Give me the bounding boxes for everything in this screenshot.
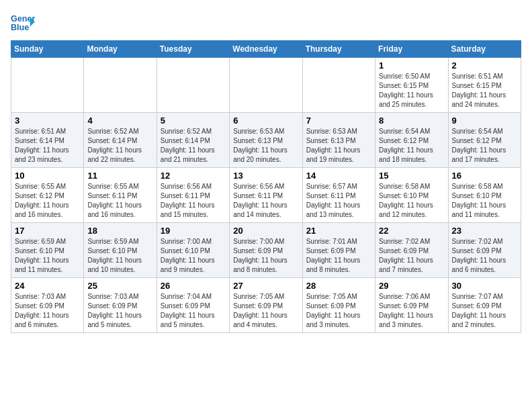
calendar-cell: 5Sunrise: 6:52 AMSunset: 6:14 PMDaylight…	[157, 113, 229, 168]
calendar-cell: 22Sunrise: 7:02 AMSunset: 6:09 PMDayligh…	[375, 223, 448, 278]
calendar-cell: 2Sunrise: 6:51 AMSunset: 6:15 PMDaylight…	[448, 58, 521, 113]
logo: General Blue	[11, 11, 40, 35]
calendar-cell: 26Sunrise: 7:04 AMSunset: 6:09 PMDayligh…	[157, 278, 229, 333]
calendar-week-row: 17Sunrise: 6:59 AMSunset: 6:10 PMDayligh…	[11, 223, 521, 278]
day-number: 29	[379, 281, 444, 291]
day-number: 3	[15, 116, 80, 126]
calendar-cell	[302, 58, 375, 113]
calendar-week-row: 10Sunrise: 6:55 AMSunset: 6:12 PMDayligh…	[11, 168, 521, 223]
day-info: Sunrise: 6:56 AMSunset: 6:11 PMDaylight:…	[233, 182, 298, 220]
day-number: 1	[379, 60, 444, 71]
calendar-cell: 16Sunrise: 6:58 AMSunset: 6:10 PMDayligh…	[448, 168, 521, 223]
calendar-cell: 21Sunrise: 7:01 AMSunset: 6:09 PMDayligh…	[302, 223, 375, 278]
day-number: 14	[306, 171, 371, 181]
day-number: 4	[87, 116, 152, 126]
calendar-cell	[84, 58, 157, 113]
calendar-cell	[157, 58, 229, 113]
day-info: Sunrise: 7:05 AMSunset: 6:09 PMDaylight:…	[306, 292, 371, 330]
day-number: 17	[15, 226, 80, 236]
weekday-header-friday: Friday	[375, 41, 448, 58]
day-info: Sunrise: 6:54 AMSunset: 6:12 PMDaylight:…	[379, 127, 444, 165]
day-number: 24	[15, 281, 80, 291]
day-number: 7	[306, 116, 371, 126]
calendar-cell: 11Sunrise: 6:55 AMSunset: 6:11 PMDayligh…	[84, 168, 157, 223]
calendar-cell: 30Sunrise: 7:07 AMSunset: 6:09 PMDayligh…	[448, 278, 521, 333]
day-info: Sunrise: 6:53 AMSunset: 6:13 PMDaylight:…	[306, 127, 371, 165]
calendar-cell: 20Sunrise: 7:00 AMSunset: 6:09 PMDayligh…	[230, 223, 302, 278]
day-info: Sunrise: 7:07 AMSunset: 6:09 PMDaylight:…	[452, 292, 517, 330]
calendar-cell: 13Sunrise: 6:56 AMSunset: 6:11 PMDayligh…	[230, 168, 302, 223]
day-info: Sunrise: 7:06 AMSunset: 6:09 PMDaylight:…	[379, 292, 444, 330]
calendar-cell: 28Sunrise: 7:05 AMSunset: 6:09 PMDayligh…	[302, 278, 375, 333]
calendar-cell: 29Sunrise: 7:06 AMSunset: 6:09 PMDayligh…	[375, 278, 448, 333]
day-number: 11	[87, 171, 152, 181]
day-number: 23	[452, 226, 517, 236]
day-info: Sunrise: 6:53 AMSunset: 6:13 PMDaylight:…	[233, 127, 298, 165]
calendar-cell: 17Sunrise: 6:59 AMSunset: 6:10 PMDayligh…	[11, 223, 84, 278]
day-info: Sunrise: 7:01 AMSunset: 6:09 PMDaylight:…	[306, 237, 371, 275]
day-number: 19	[161, 226, 226, 236]
day-info: Sunrise: 7:05 AMSunset: 6:09 PMDaylight:…	[233, 292, 298, 330]
calendar-cell: 3Sunrise: 6:51 AMSunset: 6:14 PMDaylight…	[11, 113, 84, 168]
calendar-cell: 14Sunrise: 6:57 AMSunset: 6:11 PMDayligh…	[302, 168, 375, 223]
day-info: Sunrise: 7:02 AMSunset: 6:09 PMDaylight:…	[379, 237, 444, 275]
day-number: 9	[452, 116, 517, 126]
calendar-table: SundayMondayTuesdayWednesdayThursdayFrid…	[11, 40, 521, 333]
calendar-week-row: 3Sunrise: 6:51 AMSunset: 6:14 PMDaylight…	[11, 113, 521, 168]
day-number: 26	[161, 281, 226, 291]
day-number: 8	[379, 116, 444, 126]
day-info: Sunrise: 6:56 AMSunset: 6:11 PMDaylight:…	[161, 182, 226, 220]
svg-text:Blue: Blue	[11, 23, 29, 32]
calendar-header-row: SundayMondayTuesdayWednesdayThursdayFrid…	[11, 41, 521, 58]
day-info: Sunrise: 7:00 AMSunset: 6:10 PMDaylight:…	[161, 237, 226, 275]
calendar-cell: 9Sunrise: 6:54 AMSunset: 6:12 PMDaylight…	[448, 113, 521, 168]
day-info: Sunrise: 7:00 AMSunset: 6:09 PMDaylight:…	[233, 237, 298, 275]
day-info: Sunrise: 6:58 AMSunset: 6:10 PMDaylight:…	[452, 182, 517, 220]
calendar-week-row: 1Sunrise: 6:50 AMSunset: 6:15 PMDaylight…	[11, 58, 521, 113]
calendar-cell: 10Sunrise: 6:55 AMSunset: 6:12 PMDayligh…	[11, 168, 84, 223]
weekday-header-monday: Monday	[84, 41, 157, 58]
calendar-cell: 6Sunrise: 6:53 AMSunset: 6:13 PMDaylight…	[230, 113, 302, 168]
calendar-week-row: 24Sunrise: 7:03 AMSunset: 6:09 PMDayligh…	[11, 278, 521, 333]
calendar-cell: 7Sunrise: 6:53 AMSunset: 6:13 PMDaylight…	[302, 113, 375, 168]
logo-icon: General Blue	[11, 11, 35, 35]
day-number: 16	[452, 171, 517, 181]
day-info: Sunrise: 6:55 AMSunset: 6:12 PMDaylight:…	[15, 182, 80, 220]
calendar-cell	[11, 58, 84, 113]
day-info: Sunrise: 7:03 AMSunset: 6:09 PMDaylight:…	[87, 292, 152, 330]
day-number: 28	[306, 281, 371, 291]
day-info: Sunrise: 6:51 AMSunset: 6:15 PMDaylight:…	[452, 72, 517, 109]
day-info: Sunrise: 6:50 AMSunset: 6:15 PMDaylight:…	[379, 72, 444, 109]
day-info: Sunrise: 6:52 AMSunset: 6:14 PMDaylight:…	[161, 127, 226, 165]
day-number: 18	[87, 226, 152, 236]
day-number: 6	[233, 116, 298, 126]
calendar-cell: 4Sunrise: 6:52 AMSunset: 6:14 PMDaylight…	[84, 113, 157, 168]
day-number: 30	[452, 281, 517, 291]
calendar-cell: 8Sunrise: 6:54 AMSunset: 6:12 PMDaylight…	[375, 113, 448, 168]
calendar-cell: 12Sunrise: 6:56 AMSunset: 6:11 PMDayligh…	[157, 168, 229, 223]
day-info: Sunrise: 6:51 AMSunset: 6:14 PMDaylight:…	[15, 127, 80, 165]
day-info: Sunrise: 6:52 AMSunset: 6:14 PMDaylight:…	[87, 127, 152, 165]
day-number: 10	[15, 171, 80, 181]
day-info: Sunrise: 7:03 AMSunset: 6:09 PMDaylight:…	[15, 292, 80, 330]
calendar-cell: 27Sunrise: 7:05 AMSunset: 6:09 PMDayligh…	[230, 278, 302, 333]
day-number: 27	[233, 281, 298, 291]
day-info: Sunrise: 6:58 AMSunset: 6:10 PMDaylight:…	[379, 182, 444, 220]
calendar-cell: 24Sunrise: 7:03 AMSunset: 6:09 PMDayligh…	[11, 278, 84, 333]
day-info: Sunrise: 6:59 AMSunset: 6:10 PMDaylight:…	[15, 237, 80, 275]
day-number: 2	[452, 60, 517, 71]
day-info: Sunrise: 6:54 AMSunset: 6:12 PMDaylight:…	[452, 127, 517, 165]
calendar-cell: 23Sunrise: 7:02 AMSunset: 6:09 PMDayligh…	[448, 223, 521, 278]
day-number: 12	[161, 171, 226, 181]
weekday-header-tuesday: Tuesday	[157, 41, 229, 58]
calendar-cell: 19Sunrise: 7:00 AMSunset: 6:10 PMDayligh…	[157, 223, 229, 278]
day-number: 15	[379, 171, 444, 181]
weekday-header-wednesday: Wednesday	[230, 41, 302, 58]
weekday-header-sunday: Sunday	[11, 41, 84, 58]
day-number: 20	[233, 226, 298, 236]
calendar-cell: 1Sunrise: 6:50 AMSunset: 6:15 PMDaylight…	[375, 58, 448, 113]
day-info: Sunrise: 6:59 AMSunset: 6:10 PMDaylight:…	[87, 237, 152, 275]
day-number: 5	[161, 116, 226, 126]
calendar-cell	[230, 58, 302, 113]
page-header: General Blue	[11, 11, 521, 35]
